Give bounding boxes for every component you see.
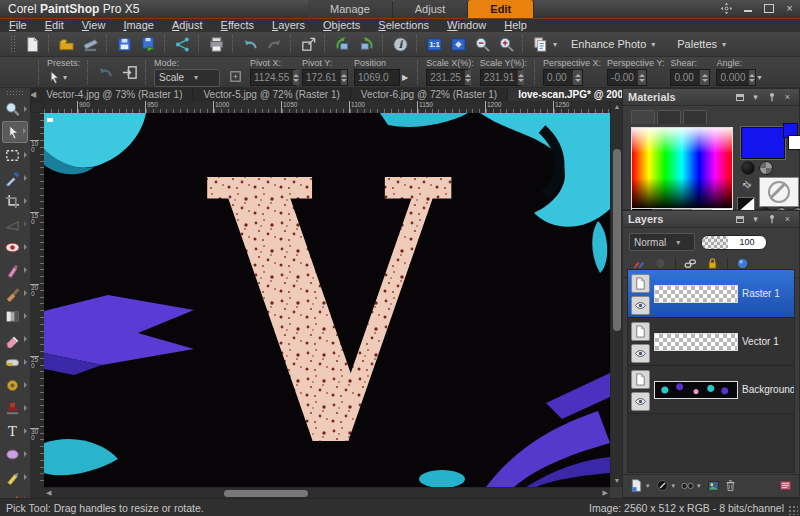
scan-button[interactable]	[78, 34, 102, 55]
rotate-right-button[interactable]	[354, 34, 378, 55]
layer-name[interactable]: Raster 1	[742, 288, 780, 299]
vertical-scroll-thumb[interactable]	[613, 149, 621, 331]
image-info-button[interactable]: i	[388, 34, 412, 55]
oil-brush-tool[interactable]	[2, 489, 28, 498]
menu-help[interactable]: Help	[495, 19, 536, 32]
angle-dropdown-icon[interactable]: ▾	[757, 73, 761, 82]
fit-to-window-button[interactable]	[446, 34, 470, 55]
selection-tool[interactable]	[2, 144, 28, 166]
background-transparent-swatch[interactable]	[759, 177, 799, 207]
layer-thumbnail[interactable]	[654, 333, 738, 351]
eraser-tool[interactable]	[2, 328, 28, 350]
open-folder-button[interactable]	[54, 34, 78, 55]
value-input[interactable]: 0.000	[716, 69, 756, 86]
actual-size-button[interactable]: 1:1	[422, 34, 446, 55]
panel-close-icon[interactable]: ×	[781, 213, 794, 225]
menu-objects[interactable]: Objects	[314, 19, 369, 32]
panel-dock-icon[interactable]	[733, 213, 746, 225]
menu-layers[interactable]: Layers	[263, 19, 314, 32]
background-eraser-tool[interactable]	[2, 351, 28, 373]
spinner-control[interactable]	[637, 70, 646, 85]
menu-effects[interactable]: Effects	[212, 19, 263, 32]
layer-row-raster-1[interactable]: Raster 1	[628, 270, 794, 318]
preset-shape-tool[interactable]	[2, 443, 28, 465]
minimize-icon[interactable]	[741, 2, 754, 14]
workspace-tab-adjust[interactable]: Adjust	[393, 0, 469, 18]
fullscreen-icon[interactable]	[720, 2, 733, 14]
save-as-button[interactable]	[136, 34, 160, 55]
save-button[interactable]	[112, 34, 136, 55]
menu-edit[interactable]: Edit	[36, 19, 73, 32]
color-picker[interactable]	[631, 127, 733, 209]
copy-special-dropdown-icon[interactable]: ▾	[553, 40, 557, 49]
canvas-viewport[interactable]: V	[44, 113, 610, 487]
zoom-out-button[interactable]	[470, 34, 494, 55]
gradient-fill-tool[interactable]	[2, 305, 28, 327]
layer-thumbnail[interactable]	[654, 285, 738, 303]
new-layer-icon[interactable]	[629, 478, 644, 495]
layer-thumbnail[interactable]	[654, 381, 738, 399]
value-input[interactable]: 1124.55	[250, 69, 296, 86]
dropper-tool[interactable]	[2, 167, 28, 189]
toolbar-grip[interactable]	[10, 35, 16, 53]
document-tab[interactable]: Vector-6.jpg @ 72% (Raster 1)	[351, 88, 508, 101]
menu-image[interactable]: Image	[114, 19, 163, 32]
value-input[interactable]: 231.25	[426, 69, 468, 86]
visibility-toggle-icon[interactable]	[631, 296, 650, 315]
stamp-tool[interactable]	[2, 397, 28, 419]
print-button[interactable]	[204, 34, 228, 55]
crop-tool[interactable]	[2, 190, 28, 212]
blend-mode-select[interactable]: Normal	[629, 233, 695, 251]
new-mask-icon[interactable]	[655, 478, 670, 495]
visibility-toggle-icon[interactable]	[631, 392, 650, 411]
pen-tool[interactable]	[2, 466, 28, 488]
document-tab[interactable]: Vector-4.jpg @ 73% (Raster 1)	[36, 88, 193, 101]
value-input[interactable]: 172.61	[302, 69, 348, 86]
mode-select[interactable]: Scale	[154, 69, 220, 87]
layer-name[interactable]: Vector 1	[742, 336, 779, 347]
materials-tab-frame[interactable]	[631, 110, 655, 124]
scroll-left-icon[interactable]: ◀	[46, 488, 51, 498]
document-tab[interactable]: Vector-5.jpg @ 72% (Raster 1)	[193, 88, 350, 101]
delete-layer-icon[interactable]	[723, 478, 738, 495]
copy-special-button[interactable]	[528, 34, 552, 55]
apply-transform-button[interactable]	[117, 62, 141, 83]
scroll-right-icon[interactable]: ▶	[603, 488, 608, 498]
spinner-control[interactable]	[517, 70, 524, 85]
materials-tab-swatches[interactable]	[683, 110, 707, 124]
presets-button[interactable]: ▾	[47, 69, 67, 87]
palettes-button[interactable]: Palettes	[669, 35, 734, 54]
clone-brush-tool[interactable]	[2, 282, 28, 304]
edit-selection-icon[interactable]	[778, 478, 793, 495]
pick-tool[interactable]	[2, 121, 28, 143]
picture-tube-tool[interactable]	[2, 374, 28, 396]
horizontal-scroll-thumb[interactable]	[224, 490, 308, 497]
menu-file[interactable]: File	[0, 19, 36, 32]
layer-name[interactable]: Background	[742, 384, 795, 395]
spinner-control[interactable]	[748, 70, 755, 85]
mask-glasses-icon[interactable]	[680, 478, 695, 495]
vertical-scrollbar[interactable]: ▲ ▼	[610, 101, 622, 487]
zoom-in-button[interactable]	[494, 34, 518, 55]
duplicate-image-icon[interactable]	[706, 478, 721, 495]
fg-texture-icon[interactable]	[759, 161, 773, 175]
straighten-tool[interactable]	[2, 213, 28, 235]
panel-dock-icon[interactable]	[733, 91, 746, 103]
panel-close-icon[interactable]: ×	[781, 91, 794, 103]
resize-grip[interactable]	[788, 505, 798, 515]
makeover-tool[interactable]	[2, 259, 28, 281]
spinner-control[interactable]	[464, 70, 471, 85]
horizontal-scrollbar[interactable]: ◀ ▶	[44, 487, 610, 498]
layer-row-vector-1[interactable]: Vector 1	[628, 318, 794, 366]
undo-button[interactable]	[238, 34, 262, 55]
new-file-button[interactable]	[20, 34, 44, 55]
enhance-photo-button[interactable]: Enhance Photo	[563, 35, 663, 54]
spinner-control[interactable]	[292, 70, 299, 85]
spinner-control[interactable]	[572, 70, 582, 85]
swap-colors-icon[interactable]: ⇄	[740, 178, 754, 192]
spinner-control[interactable]	[340, 70, 347, 85]
value-input[interactable]: 0.00	[543, 69, 583, 86]
foreground-swatch[interactable]	[741, 127, 785, 159]
text-tool[interactable]: T	[2, 420, 28, 442]
redo-button[interactable]	[262, 34, 286, 55]
